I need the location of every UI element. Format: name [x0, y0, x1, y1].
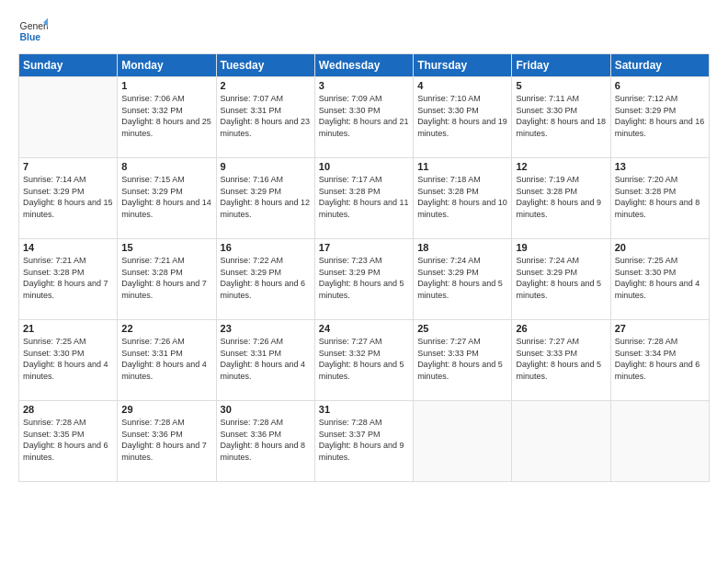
day-info: Sunrise: 7:09 AMSunset: 3:30 PMDaylight:…: [319, 93, 409, 139]
day-number: 11: [417, 161, 507, 172]
calendar-day-cell: 30Sunrise: 7:28 AMSunset: 3:36 PMDayligh…: [216, 401, 314, 482]
calendar-day-cell: 20Sunrise: 7:25 AMSunset: 3:30 PMDayligh…: [610, 239, 709, 320]
calendar-day-cell: 3Sunrise: 7:09 AMSunset: 3:30 PMDaylight…: [314, 77, 413, 158]
header: General Blue: [18, 17, 710, 46]
day-info: Sunrise: 7:28 AMSunset: 3:36 PMDaylight:…: [221, 417, 311, 463]
day-number: 28: [23, 404, 113, 415]
day-number: 10: [319, 161, 409, 172]
calendar-day-cell: 21Sunrise: 7:25 AMSunset: 3:30 PMDayligh…: [19, 320, 118, 401]
calendar-day-cell: 23Sunrise: 7:26 AMSunset: 3:31 PMDayligh…: [216, 320, 314, 401]
day-number: 6: [615, 80, 705, 91]
day-number: 8: [121, 161, 211, 172]
day-info: Sunrise: 7:27 AMSunset: 3:32 PMDaylight:…: [319, 336, 409, 382]
day-number: 30: [221, 404, 311, 415]
calendar-day-cell: 10Sunrise: 7:17 AMSunset: 3:28 PMDayligh…: [314, 158, 413, 239]
day-number: 21: [23, 323, 113, 334]
day-number: 24: [319, 323, 409, 334]
day-number: 23: [221, 323, 311, 334]
day-number: 26: [516, 323, 606, 334]
calendar-day-cell: 5Sunrise: 7:11 AMSunset: 3:30 PMDaylight…: [512, 77, 610, 158]
weekday-header: Friday: [512, 54, 610, 77]
day-info: Sunrise: 7:28 AMSunset: 3:36 PMDaylight:…: [121, 417, 211, 463]
day-info: Sunrise: 7:24 AMSunset: 3:29 PMDaylight:…: [417, 255, 507, 301]
calendar-day-cell: 8Sunrise: 7:15 AMSunset: 3:29 PMDaylight…: [118, 158, 216, 239]
calendar-day-cell: [610, 401, 709, 482]
calendar-week-row: 28Sunrise: 7:28 AMSunset: 3:35 PMDayligh…: [19, 401, 710, 482]
calendar-day-cell: 15Sunrise: 7:21 AMSunset: 3:28 PMDayligh…: [118, 239, 216, 320]
day-info: Sunrise: 7:20 AMSunset: 3:28 PMDaylight:…: [615, 174, 705, 220]
day-info: Sunrise: 7:18 AMSunset: 3:28 PMDaylight:…: [417, 174, 507, 220]
day-info: Sunrise: 7:15 AMSunset: 3:29 PMDaylight:…: [121, 174, 211, 220]
day-info: Sunrise: 7:28 AMSunset: 3:34 PMDaylight:…: [615, 336, 705, 382]
day-number: 22: [121, 323, 211, 334]
day-number: 12: [516, 161, 606, 172]
day-number: 15: [121, 242, 211, 253]
calendar-week-row: 7Sunrise: 7:14 AMSunset: 3:29 PMDaylight…: [19, 158, 710, 239]
calendar-day-cell: 16Sunrise: 7:22 AMSunset: 3:29 PMDayligh…: [216, 239, 314, 320]
calendar-day-cell: 17Sunrise: 7:23 AMSunset: 3:29 PMDayligh…: [314, 239, 413, 320]
day-info: Sunrise: 7:16 AMSunset: 3:29 PMDaylight:…: [221, 174, 311, 220]
calendar-day-cell: 2Sunrise: 7:07 AMSunset: 3:31 PMDaylight…: [216, 77, 314, 158]
day-number: 9: [221, 161, 311, 172]
day-info: Sunrise: 7:17 AMSunset: 3:28 PMDaylight:…: [319, 174, 409, 220]
day-number: 18: [417, 242, 507, 253]
calendar-day-cell: 31Sunrise: 7:28 AMSunset: 3:37 PMDayligh…: [314, 401, 413, 482]
calendar-day-cell: 18Sunrise: 7:24 AMSunset: 3:29 PMDayligh…: [414, 239, 512, 320]
calendar-week-row: 14Sunrise: 7:21 AMSunset: 3:28 PMDayligh…: [19, 239, 710, 320]
day-number: 13: [615, 161, 705, 172]
day-info: Sunrise: 7:24 AMSunset: 3:29 PMDaylight:…: [516, 255, 606, 301]
calendar-day-cell: [19, 77, 118, 158]
day-info: Sunrise: 7:22 AMSunset: 3:29 PMDaylight:…: [221, 255, 311, 301]
day-number: 17: [319, 242, 409, 253]
day-number: 25: [417, 323, 507, 334]
day-number: 5: [516, 80, 606, 91]
day-info: Sunrise: 7:21 AMSunset: 3:28 PMDaylight:…: [121, 255, 211, 301]
svg-text:General: General: [20, 21, 48, 31]
calendar-day-cell: 7Sunrise: 7:14 AMSunset: 3:29 PMDaylight…: [19, 158, 118, 239]
page: General Blue SundayMondayTuesdayWednesda…: [0, 0, 728, 563]
day-info: Sunrise: 7:12 AMSunset: 3:29 PMDaylight:…: [615, 93, 705, 139]
day-info: Sunrise: 7:10 AMSunset: 3:30 PMDaylight:…: [417, 93, 507, 139]
weekday-header: Sunday: [19, 54, 118, 77]
day-info: Sunrise: 7:11 AMSunset: 3:30 PMDaylight:…: [516, 93, 606, 139]
calendar-day-cell: 28Sunrise: 7:28 AMSunset: 3:35 PMDayligh…: [19, 401, 118, 482]
day-number: 1: [121, 80, 211, 91]
day-number: 31: [319, 404, 409, 415]
day-info: Sunrise: 7:19 AMSunset: 3:28 PMDaylight:…: [516, 174, 606, 220]
day-number: 20: [615, 242, 705, 253]
logo: General Blue: [18, 17, 48, 46]
day-info: Sunrise: 7:27 AMSunset: 3:33 PMDaylight:…: [417, 336, 507, 382]
day-info: Sunrise: 7:28 AMSunset: 3:37 PMDaylight:…: [319, 417, 409, 463]
calendar-day-cell: 11Sunrise: 7:18 AMSunset: 3:28 PMDayligh…: [414, 158, 512, 239]
day-number: 16: [221, 242, 311, 253]
calendar-day-cell: 19Sunrise: 7:24 AMSunset: 3:29 PMDayligh…: [512, 239, 610, 320]
calendar-table: SundayMondayTuesdayWednesdayThursdayFrid…: [18, 53, 710, 482]
calendar-day-cell: [414, 401, 512, 482]
calendar-day-cell: 1Sunrise: 7:06 AMSunset: 3:32 PMDaylight…: [118, 77, 216, 158]
day-number: 2: [221, 80, 311, 91]
calendar-header-row: SundayMondayTuesdayWednesdayThursdayFrid…: [19, 54, 710, 77]
weekday-header: Wednesday: [314, 54, 413, 77]
day-info: Sunrise: 7:23 AMSunset: 3:29 PMDaylight:…: [319, 255, 409, 301]
weekday-header: Monday: [118, 54, 216, 77]
day-number: 14: [23, 242, 113, 253]
day-info: Sunrise: 7:25 AMSunset: 3:30 PMDaylight:…: [615, 255, 705, 301]
day-number: 29: [121, 404, 211, 415]
calendar-day-cell: 14Sunrise: 7:21 AMSunset: 3:28 PMDayligh…: [19, 239, 118, 320]
day-number: 27: [615, 323, 705, 334]
svg-text:Blue: Blue: [20, 32, 41, 42]
calendar-week-row: 1Sunrise: 7:06 AMSunset: 3:32 PMDaylight…: [19, 77, 710, 158]
day-info: Sunrise: 7:28 AMSunset: 3:35 PMDaylight:…: [23, 417, 113, 463]
day-number: 3: [319, 80, 409, 91]
calendar-day-cell: 4Sunrise: 7:10 AMSunset: 3:30 PMDaylight…: [414, 77, 512, 158]
weekday-header: Tuesday: [216, 54, 314, 77]
day-info: Sunrise: 7:27 AMSunset: 3:33 PMDaylight:…: [516, 336, 606, 382]
calendar-day-cell: 26Sunrise: 7:27 AMSunset: 3:33 PMDayligh…: [512, 320, 610, 401]
calendar-day-cell: 22Sunrise: 7:26 AMSunset: 3:31 PMDayligh…: [118, 320, 216, 401]
calendar-day-cell: 6Sunrise: 7:12 AMSunset: 3:29 PMDaylight…: [610, 77, 709, 158]
day-info: Sunrise: 7:06 AMSunset: 3:32 PMDaylight:…: [121, 93, 211, 139]
day-info: Sunrise: 7:21 AMSunset: 3:28 PMDaylight:…: [23, 255, 113, 301]
logo-icon: General Blue: [18, 17, 48, 46]
calendar-day-cell: 12Sunrise: 7:19 AMSunset: 3:28 PMDayligh…: [512, 158, 610, 239]
day-number: 7: [23, 161, 113, 172]
